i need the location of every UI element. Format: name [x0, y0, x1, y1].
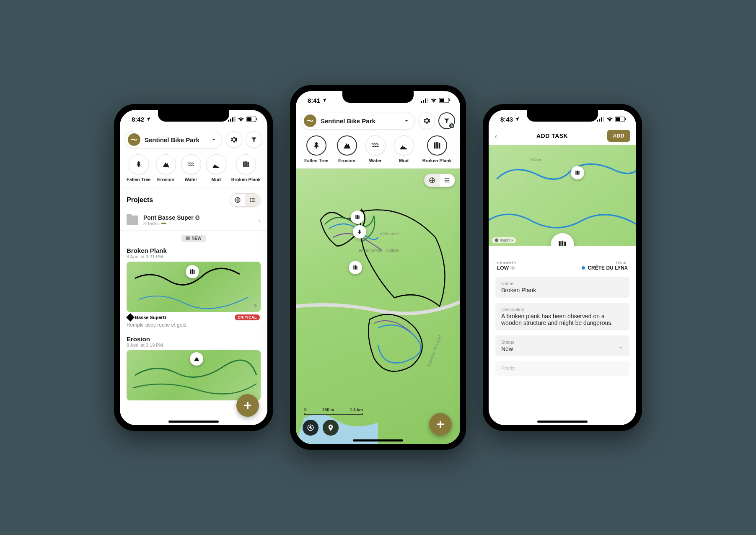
- projects-heading: Projects: [127, 196, 153, 204]
- quick-fallen-tree[interactable]: Fallen Tree: [304, 135, 328, 163]
- map-canvas[interactable]: e Sommet es Sommets - Colline Traverse d…: [296, 169, 460, 444]
- view-toggle[interactable]: [424, 174, 455, 187]
- plank-pin-icon: [355, 214, 360, 220]
- erosion-icon: [342, 141, 352, 150]
- location-icon: [515, 117, 520, 122]
- svg-rect-20: [190, 269, 192, 274]
- quick-fallen-tree[interactable]: Fallen Tree: [127, 154, 150, 182]
- critical-badge: CRITICAL: [235, 314, 260, 320]
- quick-erosion[interactable]: Erosion: [337, 135, 357, 163]
- svg-rect-30: [440, 99, 444, 102]
- svg-rect-39: [355, 265, 356, 270]
- quick-broken-plank[interactable]: Broken Plank: [231, 154, 261, 182]
- list-content[interactable]: Projects Pont Basse Super G 8 Tasks › NE…: [120, 187, 267, 425]
- folder-small-icon: [186, 236, 190, 240]
- compass-button[interactable]: [303, 420, 318, 436]
- filter-count: 3: [448, 122, 455, 129]
- cell-signal-icon: [421, 98, 428, 103]
- park-logo-icon: [128, 133, 140, 146]
- settings-button[interactable]: [225, 131, 242, 148]
- phone-add-task: 8:43 ‹ ADD TASK ADD 550 m: [483, 104, 642, 431]
- svg-rect-52: [599, 119, 600, 122]
- priority-dot-icon: [511, 266, 515, 270]
- locate-button[interactable]: [323, 420, 339, 436]
- map-scale: 0750 m1.5 km: [304, 408, 363, 415]
- quick-mud[interactable]: Mud: [206, 154, 226, 182]
- project-item[interactable]: Pont Basse Super G 8 Tasks ›: [120, 210, 267, 231]
- quick-actions: Fallen Tree Erosion Water Mud Broken Pla…: [296, 132, 460, 169]
- quick-broken-plank[interactable]: Broken Plank: [422, 135, 452, 163]
- tree-icon: [312, 141, 321, 150]
- globe-icon: [234, 197, 241, 203]
- add-fab[interactable]: [429, 413, 452, 436]
- status-time: 8:42: [132, 116, 144, 123]
- list-icon: [249, 197, 256, 203]
- battery-icon: [615, 117, 626, 122]
- view-toggle[interactable]: [230, 193, 261, 207]
- add-button[interactable]: ADD: [607, 130, 631, 142]
- filter-button[interactable]: [246, 131, 262, 148]
- quick-mud[interactable]: Mud: [394, 135, 414, 163]
- filter-button[interactable]: 3: [438, 112, 455, 129]
- svg-rect-22: [194, 270, 195, 274]
- plank-icon: [432, 141, 442, 150]
- svg-rect-43: [446, 178, 449, 179]
- status-field[interactable]: Status New ⌄: [495, 335, 629, 356]
- svg-point-17: [250, 201, 251, 203]
- compass-icon: ⌖: [253, 301, 257, 310]
- svg-rect-51: [597, 120, 598, 122]
- svg-rect-2: [232, 117, 233, 122]
- svg-point-7: [167, 166, 168, 167]
- svg-rect-64: [564, 242, 566, 246]
- name-field[interactable]: Name Broken Plank: [495, 277, 629, 298]
- location-icon: [146, 117, 151, 122]
- svg-rect-40: [356, 266, 357, 270]
- svg-point-13: [250, 198, 251, 199]
- status-time: 8:41: [308, 97, 320, 104]
- project-name: Pont Basse Super G: [143, 214, 253, 221]
- settings-button[interactable]: [418, 112, 435, 129]
- battery-icon: [439, 98, 450, 103]
- svg-rect-9: [243, 161, 244, 167]
- mud-icon: [399, 141, 409, 150]
- cell-signal-icon: [228, 117, 236, 122]
- svg-point-44: [445, 180, 446, 181]
- map-label: es Sommets - Colline: [359, 248, 399, 253]
- svg-rect-6: [256, 118, 257, 120]
- park-name: Sentinel Bike Park: [145, 136, 207, 143]
- quick-water[interactable]: Water: [365, 135, 386, 163]
- compass-icon: [307, 424, 314, 431]
- dropdown-icon: [212, 138, 216, 142]
- svg-point-61: [495, 239, 498, 242]
- add-fab[interactable]: [236, 394, 259, 417]
- quick-water[interactable]: Water: [181, 154, 201, 182]
- progress-bar: [161, 223, 166, 224]
- plank-pin-icon: [352, 265, 358, 270]
- svg-rect-14: [252, 198, 255, 198]
- priority-field[interactable]: Priority: [495, 361, 629, 376]
- home-indicator[interactable]: [537, 421, 588, 423]
- back-button[interactable]: ‹: [495, 131, 497, 141]
- svg-rect-31: [449, 99, 450, 101]
- quick-actions: Fallen Tree Erosion Water Mud Broken Pla…: [120, 151, 267, 187]
- trail-tag: Basse SuperG: [127, 314, 166, 320]
- chevron-down-icon: ⌄: [618, 342, 624, 350]
- dropdown-icon: [404, 119, 409, 123]
- svg-rect-60: [578, 171, 579, 175]
- description-field[interactable]: Description A broken plank has been obse…: [495, 303, 629, 330]
- park-selector[interactable]: Sentinel Bike Park: [301, 112, 415, 130]
- task-location-map[interactable]: 550 m mapbox: [489, 145, 636, 246]
- home-indicator[interactable]: [168, 421, 219, 423]
- park-selector[interactable]: Sentinel Bike Park: [125, 131, 222, 148]
- svg-rect-47: [446, 182, 449, 182]
- quick-erosion[interactable]: Erosion: [156, 154, 176, 182]
- svg-rect-5: [247, 117, 251, 121]
- wifi-icon: [238, 117, 244, 122]
- map-content[interactable]: e Sommet es Sommets - Colline Traverse d…: [296, 169, 460, 444]
- screen-title: ADD TASK: [536, 132, 568, 139]
- svg-point-15: [250, 200, 251, 201]
- water-icon: [371, 141, 380, 150]
- task-broken-plank[interactable]: Broken Plank 8 April at 3:21 PM ⌖ Basse …: [120, 245, 267, 334]
- svg-rect-10: [245, 161, 246, 167]
- home-indicator[interactable]: [353, 439, 403, 442]
